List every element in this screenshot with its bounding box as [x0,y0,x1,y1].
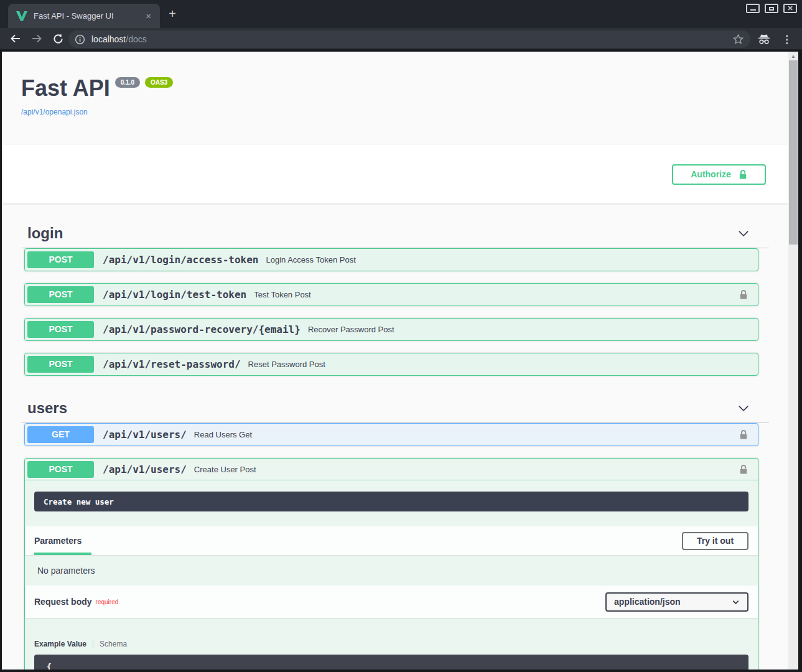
method-badge: POST [27,321,94,338]
scrollbar-up-arrow[interactable]: ▲ [788,52,798,61]
request-body-label: Request body [34,597,92,607]
browser-tab[interactable]: Fast API - Swagger UI × [8,4,160,28]
select-chevron-down-icon [732,598,740,606]
auth-lock-icon[interactable] [739,289,748,300]
opblock-password-recovery[interactable]: POST /api/v1/password-recovery/{email} R… [24,318,758,341]
request-body-header: Request body required application/json [25,586,758,618]
opblock-login-test-token[interactable]: POST /api/v1/login/test-token Test Token… [24,283,758,306]
auth-lock-icon[interactable] [739,464,748,475]
op-path: /api/v1/login/test-token [103,289,246,301]
minimize-button[interactable] [746,4,760,13]
opblock-reset-password[interactable]: POST /api/v1/reset-password/ Reset Passw… [24,353,758,376]
tab-schema[interactable]: Schema [100,640,127,648]
opblock-read-users[interactable]: GET /api/v1/users/ Read Users Get [24,423,758,446]
op-path: /api/v1/reset-password/ [103,358,241,370]
address-bar[interactable]: localhost/docs [68,30,750,48]
oas-badge: OAS3 [145,77,173,88]
vite-favicon-icon [16,11,27,21]
tab-example-value[interactable]: Example Value [34,640,86,648]
tag-section-login[interactable]: login [21,218,769,248]
op-summary-text: Read Users Get [194,430,252,439]
op-path: /api/v1/users/ [103,429,187,441]
method-badge: POST [27,286,94,303]
chevron-down-icon[interactable] [737,226,750,240]
bookmark-star-icon[interactable] [732,34,744,45]
scheme-container: Authorize [2,145,788,203]
example-code-block[interactable]: { [34,655,748,670]
maximize-button[interactable] [765,4,778,13]
api-info: Fast API0.1.0OAS3 /api/v1/openapi.json [21,75,788,116]
incognito-icon [752,33,775,45]
parameters-label: Parameters [34,536,82,546]
new-tab-button[interactable]: + [164,7,180,20]
page-title: Fast API [21,75,110,101]
opblock-summary[interactable]: POST /api/v1/users/ Create User Post [25,459,758,480]
active-tab-underline [34,553,91,555]
method-badge: GET [27,426,94,443]
tag-section-users[interactable]: users [21,393,769,423]
tag-title: login [27,225,63,242]
model-example: Example Value Schema { [25,618,758,670]
media-type-value: application/json [614,597,732,607]
tag-title: users [27,399,67,417]
op-summary-text: Create User Post [194,465,256,474]
op-path: /api/v1/login/access-token [103,254,258,266]
browser-menu-icon[interactable]: ⋮ [775,33,798,46]
openapi-spec-link[interactable]: /api/v1/openapi.json [21,108,788,116]
opblock-login-access-token[interactable]: POST /api/v1/login/access-token Login Ac… [24,248,758,271]
swagger-page: Fast API0.1.0OAS3 /api/v1/openapi.json A… [2,52,788,670]
back-icon[interactable] [5,32,26,45]
reload-icon[interactable] [47,33,68,45]
browser-window: Fast API - Swagger UI × + ✕ localhost/do… [0,0,802,672]
auth-lock-icon[interactable] [739,429,748,440]
opblock-create-user: POST /api/v1/users/ Create User Post Cre… [24,458,758,670]
op-summary-text: Login Access Token Post [266,255,355,264]
page-info-icon[interactable] [75,34,85,45]
titlebar: Fast API - Swagger UI × + ✕ [0,0,802,28]
op-summary-text: Test Token Post [254,290,311,299]
forward-icon[interactable] [26,32,47,45]
window-controls: ✕ [746,4,797,13]
no-parameters-text: No parameters [25,555,758,586]
op-path: /api/v1/users/ [103,464,187,475]
op-path: /api/v1/password-recovery/{email} [103,324,301,335]
op-summary-text: Reset Password Post [248,360,325,369]
try-it-out-button[interactable]: Try it out [682,532,748,550]
method-badge: POST [27,251,94,268]
page-scrollbar[interactable]: ▲ [788,52,798,670]
url-text[interactable]: localhost/docs [91,34,732,44]
version-badge: 0.1.0 [115,77,140,88]
required-label: required [96,599,119,605]
authorize-button[interactable]: Authorize [672,164,766,185]
tab-close-icon[interactable]: × [143,11,154,21]
chevron-down-icon[interactable] [737,401,750,415]
operation-description: Create new user [34,492,748,511]
scrollbar-thumb[interactable] [789,60,798,245]
method-badge: POST [27,461,94,478]
close-button[interactable]: ✕ [783,4,797,13]
browser-toolbar: localhost/docs ⋮ [0,28,802,50]
tab-separator [93,640,93,648]
method-badge: POST [27,356,94,373]
media-type-select[interactable]: application/json [605,592,748,612]
unlocked-lock-icon [739,169,747,180]
parameters-header: Parameters Try it out [25,526,758,555]
op-summary-text: Recover Password Post [308,325,394,334]
tab-title: Fast API - Swagger UI [34,11,143,21]
